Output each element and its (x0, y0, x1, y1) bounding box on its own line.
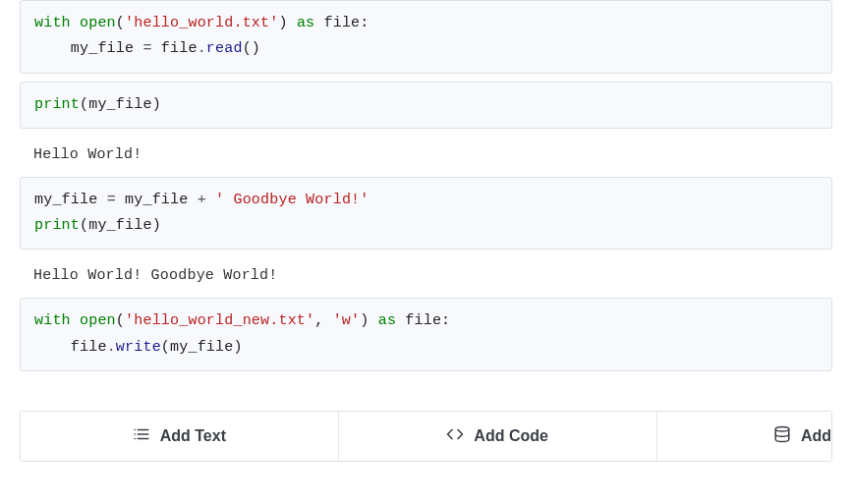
output-cell: Hello World! Goodbye World! (20, 257, 832, 290)
code-content[interactable]: with open('hello_world_new.txt', 'w') as… (20, 298, 832, 371)
output-text: Hello World! Goodbye World! (20, 257, 832, 290)
add-data-button[interactable]: Add (657, 412, 832, 461)
code-cell[interactable]: my_file = my_file + ' Goodbye World!' pr… (20, 177, 832, 251)
add-code-label: Add Code (474, 427, 548, 445)
notebook-cells: with open('hello_world.txt') as file: my… (0, 0, 852, 371)
code-content[interactable]: print(my_file) (20, 82, 832, 129)
code-cell[interactable]: with open('hello_world_new.txt', 'w') as… (20, 298, 832, 371)
add-text-button[interactable]: Add Text (21, 412, 339, 461)
add-data-label: Add (801, 427, 831, 445)
code-content[interactable]: with open('hello_world.txt') as file: my… (20, 0, 832, 74)
code-cell[interactable]: with open('hello_world.txt') as file: my… (20, 0, 832, 74)
code-icon (446, 425, 464, 447)
add-text-label: Add Text (160, 427, 226, 445)
add-code-button[interactable]: Add Code (339, 412, 657, 461)
cell-toolbar: Add Text Add Code Add (20, 411, 832, 462)
database-icon (773, 425, 791, 447)
code-cell[interactable]: print(my_file) (20, 82, 832, 129)
output-cell: Hello World! (20, 137, 832, 169)
svg-point-6 (775, 426, 789, 431)
list-icon (133, 425, 150, 447)
code-content[interactable]: my_file = my_file + ' Goodbye World!' pr… (20, 177, 832, 251)
output-text: Hello World! (20, 137, 832, 169)
